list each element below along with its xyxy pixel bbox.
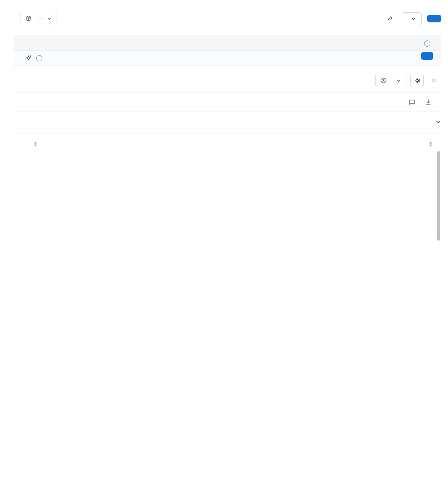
chevron-down-icon (435, 119, 441, 125)
column-header-value[interactable] (426, 142, 433, 147)
table-scrollbar[interactable] (437, 151, 440, 241)
run-query-button[interactable] (421, 52, 433, 60)
next-query-button (428, 74, 441, 87)
previous-query-button[interactable] (410, 74, 424, 87)
clock-icon (380, 77, 387, 84)
table-header (14, 137, 441, 150)
results-table (14, 137, 441, 150)
dataset-env-badge (38, 18, 44, 19)
query-help-link[interactable] (422, 40, 430, 47)
save-query-button[interactable] (402, 12, 422, 25)
help-circle-icon[interactable] (36, 55, 42, 61)
page-header (14, 12, 441, 25)
time-range-selector[interactable] (375, 74, 406, 87)
share-icon (387, 15, 394, 22)
download-icon[interactable] (425, 99, 432, 106)
dataset-cube-icon (25, 15, 32, 22)
column-header-pattern[interactable] (31, 142, 37, 147)
chevron-down-icon (411, 16, 416, 21)
dataset-selector[interactable] (20, 12, 57, 25)
query-assistant-bar[interactable] (14, 50, 441, 66)
modify-chart-button[interactable] (432, 119, 441, 125)
breadcrumb (0, 0, 448, 6)
results-tabs (14, 133, 441, 133)
sparkle-icon (25, 54, 33, 62)
share-button[interactable] (387, 15, 396, 22)
sort-icon (34, 142, 37, 147)
query-builder-panel (14, 35, 441, 50)
help-circle-icon (424, 40, 430, 47)
chevron-down-icon (47, 16, 52, 21)
update-button[interactable] (427, 15, 441, 22)
comment-icon[interactable] (408, 98, 416, 106)
sort-icon (429, 142, 433, 147)
chevron-down-icon (396, 78, 401, 83)
